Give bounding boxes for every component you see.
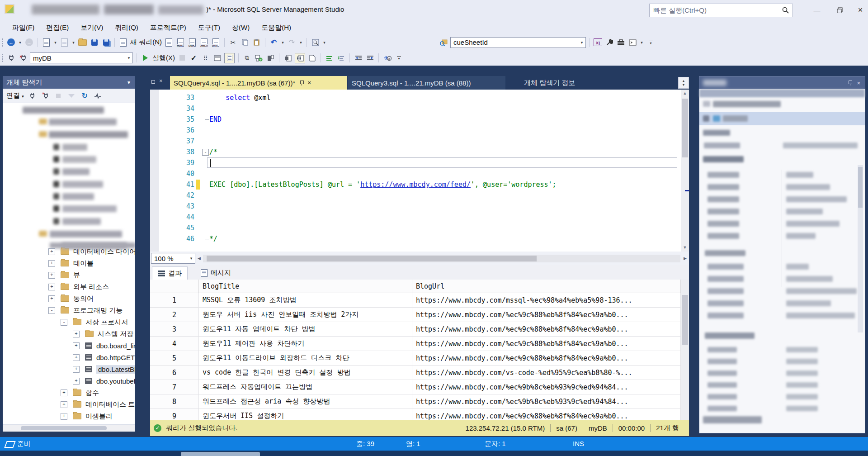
object-explorer-hscrollbar[interactable]	[3, 424, 135, 432]
pin-icon[interactable]	[300, 80, 304, 86]
row-number-cell[interactable]: 3	[150, 322, 199, 337]
editor-line-37[interactable]: 37	[150, 136, 681, 147]
editor-line-38[interactable]: 38-/*	[150, 147, 681, 157]
scroll-right-icon[interactable]: ▶	[681, 255, 689, 262]
expand-icon[interactable]: +	[61, 401, 67, 408]
editor-line-41[interactable]: 41EXEC [dbo].[LatestBlogPosts] @url = 'h…	[150, 179, 681, 190]
results-to-grid-button[interactable]	[295, 53, 305, 63]
blogurl-cell[interactable]: https://www.mbcdy.com/%ec%9c%88%eb%8f%84…	[412, 351, 681, 366]
editor-line-35[interactable]: 35END	[150, 114, 681, 125]
tools-dropdown-icon[interactable]: ▾	[640, 40, 644, 45]
expand-icon[interactable]: +	[73, 342, 80, 349]
activity-monitor-icon[interactable]	[93, 91, 103, 100]
include-client-statistics-button[interactable]	[266, 53, 275, 63]
increase-indent-button[interactable]	[365, 53, 375, 63]
redo-button[interactable]: ↷	[287, 38, 297, 47]
undo-dropdown-icon[interactable]: ▾	[281, 40, 285, 45]
scrollbar-thumb[interactable]	[207, 256, 537, 261]
collapse-icon[interactable]: -	[48, 307, 55, 314]
cut-button[interactable]: ✂	[228, 38, 238, 47]
navigate-forward-button[interactable]: →	[24, 38, 34, 47]
dmx-query-button[interactable]: DMX	[188, 38, 197, 47]
cancel-query-button[interactable]	[177, 53, 187, 63]
new-query-button[interactable]: 새 쿼리(N)	[130, 38, 162, 47]
object-explorer-header[interactable]: 개체 탐색기 ▼	[3, 76, 135, 89]
tree-item-dbo-board-list[interactable]: +dbo.board_list	[73, 340, 135, 352]
row-number-cell[interactable]: 2	[150, 308, 199, 322]
display-estimated-plan-button[interactable]: ⧉	[242, 53, 252, 63]
database-combo-dropdown-icon[interactable]: ▾	[125, 56, 132, 60]
collapse-icon[interactable]: -	[61, 319, 67, 326]
row-number-cell[interactable]: 1	[150, 293, 199, 308]
restore-button[interactable]	[832, 4, 847, 16]
minimize-icon[interactable]: —	[838, 80, 844, 86]
blogtitle-cell[interactable]: 워드프레스 자동업데이트 끄는방법	[199, 380, 412, 394]
blogtitle-cell[interactable]: vs code 한글 한국어 변경 단축키 설정 방법	[199, 366, 412, 380]
blogurl-cell[interactable]: https://www.mbcdy.com/%ec%9b%8c%eb%93%9c…	[412, 380, 681, 394]
editor-line-39[interactable]: 39	[150, 157, 681, 168]
editor-line-44[interactable]: 44	[150, 212, 681, 223]
blogtitle-cell[interactable]: MSSQL 오류 13609 조치방법	[199, 293, 412, 308]
save-button[interactable]	[90, 38, 99, 47]
tree-item-어셈블리[interactable]: +어셈블리	[61, 410, 135, 422]
pin-icon[interactable]	[848, 80, 852, 86]
row-number-cell[interactable]: 6	[150, 366, 199, 380]
xmla-query-button[interactable]: XMLA	[199, 38, 209, 47]
editor-line-34[interactable]: 34	[150, 103, 681, 114]
grid-column-header[interactable]: BlogUrl	[412, 280, 681, 293]
connect-button[interactable]	[6, 53, 16, 63]
decrease-indent-button[interactable]	[354, 53, 363, 63]
editor-tab-3[interactable]: 개체 탐색기 정보	[520, 76, 588, 90]
tree-item-프로그래밍-기능[interactable]: -프로그래밍 기능	[48, 304, 135, 316]
tab-messages[interactable]: 메시지	[195, 266, 236, 280]
connect-object-icon[interactable]	[28, 91, 37, 100]
right-panel-scrollbar[interactable]	[858, 165, 863, 332]
blogurl-cell[interactable]: https://www.mbcdy.com/%ec%9b%8c%eb%93%9c…	[412, 394, 681, 409]
find-dropdown-icon[interactable]: ▾	[322, 40, 326, 45]
toolbar-overflow-button[interactable]: ▾	[394, 53, 404, 63]
scroll-left-icon[interactable]: ◀	[195, 255, 203, 262]
add-item-dropdown-icon[interactable]: ▾	[71, 40, 75, 45]
grid-corner-header[interactable]	[150, 280, 199, 293]
blogtitle-cell[interactable]: 윈도우서버 IIS 설정하기	[199, 409, 412, 420]
undo-button[interactable]: ↶	[269, 38, 278, 47]
menu-item-7[interactable]: 창(W)	[226, 22, 255, 33]
refresh-icon[interactable]: ↻	[80, 91, 90, 100]
editor-line-33[interactable]: 33 select @xml	[150, 92, 681, 103]
expand-icon[interactable]: +	[48, 248, 55, 255]
grid-column-header[interactable]: BlogTitle	[199, 280, 412, 293]
expand-icon[interactable]: +	[48, 260, 55, 267]
execute-icon[interactable]	[141, 53, 150, 63]
uncomment-lines-button[interactable]	[336, 53, 346, 63]
add-item-button[interactable]	[60, 38, 69, 47]
scroll-down-icon[interactable]: ▼	[681, 244, 689, 252]
tree-item-동의어[interactable]: +동의어	[48, 293, 135, 304]
toolbox-icon[interactable]	[616, 38, 626, 47]
tree-item-dbo-LatestBlo[interactable]: +dbo.LatestBlo	[73, 363, 135, 375]
menu-item-6[interactable]: 도구(T)	[192, 22, 226, 33]
quick-launch-input[interactable]: 빠른 실행(Ctrl+Q)	[649, 4, 793, 17]
tree-item-dbo-httpGET[interactable]: +dbo.httpGET	[73, 352, 135, 363]
row-number-cell[interactable]: 5	[150, 351, 199, 366]
stop-icon[interactable]	[54, 91, 63, 100]
blogtitle-cell[interactable]: 윈도우11 제어판 사용 차단하기	[199, 337, 412, 351]
tree-item-dbo-youtubef[interactable]: +dbo.youtubef	[73, 375, 135, 387]
blogurl-cell[interactable]: https://www.mbcdy.com/%ec%9c%88%eb%8f%84…	[412, 322, 681, 337]
scrollbar-thumb[interactable]	[682, 295, 688, 345]
hyperlink-text[interactable]: https://www.mbcdy.com/feed/	[360, 180, 471, 189]
zoom-dropdown-icon[interactable]: ▾	[188, 256, 195, 261]
paste-button[interactable]	[252, 38, 261, 47]
expand-icon[interactable]: +	[48, 284, 55, 290]
toolbar-grip[interactable]	[2, 38, 4, 47]
blogtitle-cell[interactable]: 워드프레스 접근성 aria 속성 향상방법	[199, 394, 412, 409]
blogurl-cell[interactable]: https://www.mbcdy.com/vs-code-%ed%95%9c%…	[412, 366, 681, 380]
editor-line-36[interactable]: 36	[150, 125, 681, 136]
execute-button[interactable]: 실행(X)	[152, 54, 175, 62]
menu-item-2[interactable]: 편집(E)	[40, 22, 75, 33]
editor-tab-1[interactable]: SQLQuery4.sql - 1....21.myDB (sa (67))*×	[170, 76, 347, 90]
editor-line-40[interactable]: 40	[150, 168, 681, 179]
tree-item-데이터베이스-트[interactable]: +데이터베이스 트	[61, 399, 135, 410]
change-connection-button[interactable]	[18, 53, 28, 63]
include-actual-plan-button[interactable]	[254, 53, 264, 63]
results-to-file-button[interactable]	[307, 53, 317, 63]
